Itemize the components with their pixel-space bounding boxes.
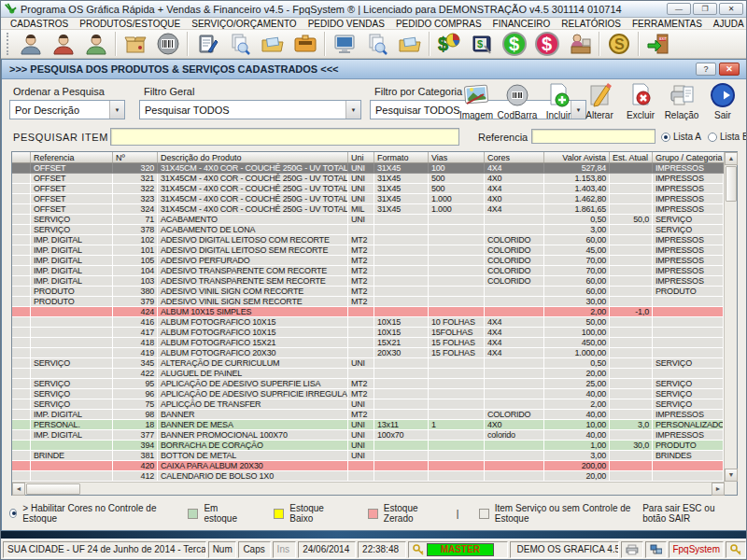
table-cell: 1.000 [429, 204, 485, 215]
client-red-icon[interactable] [47, 31, 79, 57]
table-row[interactable]: SERVIÇO345ALTERAÇÃO DE CURRICULUMUNI0,50… [12, 358, 724, 369]
table-row[interactable]: 416ALBUM FOTOGRAFICO 10X1510X1510 FOLHAS… [12, 317, 724, 328]
horizontal-scrollbar[interactable]: ◄ ► [12, 482, 725, 495]
search-input[interactable] [110, 128, 459, 146]
delete-button[interactable]: Excluir [620, 81, 661, 120]
table-row[interactable]: 412CALENDARIO DE BOLSO 1X020,00 [12, 471, 724, 482]
menu-item-financeiro[interactable]: FINANCEIRO [487, 19, 557, 29]
column-header[interactable]: Descrição do Produto [158, 152, 348, 162]
table-row[interactable]: PRODUTO379ADESIVO VINIL SIGN SEM RECORTE… [12, 297, 724, 307]
status-printer[interactable] [621, 541, 643, 558]
scroll-up-icon[interactable]: ▲ [725, 152, 738, 165]
cashier-icon[interactable] [563, 31, 596, 57]
table-row[interactable]: BRINDE381BOTTON DE METALUNI3,00BRINDES [12, 451, 724, 461]
order-filter-select[interactable]: Por Descrição ▼ [9, 100, 125, 119]
table-row[interactable]: 394BORRACHA DE CORAÇÃOUNI1,0030,0PRODUTO [12, 441, 724, 451]
status-network[interactable] [645, 541, 668, 558]
radio-lista-a[interactable]: Lista A [661, 132, 701, 142]
add-button[interactable]: Incluir [538, 81, 579, 120]
column-header[interactable]: Vias [429, 152, 485, 162]
table-row[interactable]: OFFSET32431X45CM - 4X0 COR - COUCHÊ 250G… [12, 204, 724, 215]
open-folder-icon[interactable] [256, 31, 289, 57]
table-row[interactable]: 417ALBUM FOTOGRAFICO 10X1510X1515FOLHAS4… [12, 328, 724, 338]
enable-colors-radio[interactable] [9, 509, 17, 518]
barcode-button[interactable]: CodBarra [497, 81, 538, 120]
payable-red-icon[interactable]: $ [530, 31, 563, 57]
scroll-right-icon[interactable]: ► [712, 483, 725, 496]
close-button[interactable]: ✕ [719, 3, 743, 15]
column-header[interactable]: Formato [374, 152, 429, 162]
column-header[interactable]: Cores [485, 152, 544, 162]
package-icon[interactable] [119, 31, 151, 57]
table-row[interactable]: 419ALBUM FOTOGRAFICO 20X3020X3015 FOLHAS… [12, 348, 724, 358]
column-header[interactable]: Referencia [31, 152, 113, 162]
status-key[interactable] [726, 541, 746, 558]
table-cell: 40,00 [544, 389, 610, 399]
table-row[interactable]: SERVIÇO71ACABAMENTOUNI0,5050,0SERVIÇO [12, 215, 724, 225]
dialog-close-button[interactable]: ✕ [719, 63, 740, 76]
table-row[interactable]: 418ALBUM FOTOGRAFICO 15X2115X2115 FOLHAS… [12, 338, 724, 348]
finance-pie-icon[interactable]: $ [432, 31, 465, 57]
table-row[interactable]: OFFSET32331X45CM - 4X0 COR - COUCHÊ 250G… [12, 194, 724, 204]
order-clipboard-icon[interactable] [190, 31, 223, 57]
vertical-scrollbar[interactable]: ▲ ▼ [724, 152, 737, 482]
menu-item-cadastros[interactable]: CADASTROS [5, 19, 74, 29]
exit-icon[interactable]: EXIT [641, 31, 674, 57]
menu-item-produtos-estoque[interactable]: PRODUTOS/ESTOQUE [74, 19, 186, 29]
scroll-down-icon[interactable]: ▼ [725, 469, 738, 482]
column-header[interactable]: Uni [348, 152, 374, 162]
table-row[interactable]: IMP. DIGITAL105ADESIVO PERFURADOMT2COLOR… [12, 256, 724, 266]
exit-button[interactable]: Sair [702, 81, 743, 120]
menu-item-ajuda[interactable]: AJUDA [708, 19, 747, 29]
client-blue-icon[interactable] [14, 31, 47, 57]
table-row[interactable]: OFFSET32231X45CM - 4X0 COR - COUCHÊ 250G… [12, 184, 724, 194]
scroll-left-icon[interactable]: ◄ [12, 483, 25, 496]
reference-input[interactable] [531, 129, 655, 144]
table-row[interactable]: 424ALBUM 10X15 SIMPLES2,00-1,0 [12, 307, 724, 317]
minimize-button[interactable]: — [667, 3, 691, 15]
menu-item-servico-orcamento[interactable]: SERVIÇO/ORÇAMENTO [186, 19, 302, 29]
menu-item-ferramentas[interactable]: FERRAMENTAS [627, 19, 708, 29]
monitor-icon[interactable] [328, 31, 360, 57]
menu-item-pedido-vendas[interactable]: PEDIDO VENDAS [303, 19, 390, 29]
table-row[interactable]: OFFSET32131X45CM - 4X0 COR - COUCHÊ 250G… [12, 174, 724, 184]
image-button[interactable]: Imagem [456, 81, 497, 120]
menu-item-pedido-compras[interactable]: PEDIDO COMPRAS [390, 19, 487, 29]
table-row[interactable]: SERVIÇO75APLICÇÃO DE TRANSFERUNI2,00SERV… [12, 399, 724, 410]
archive-drawer-icon[interactable] [289, 31, 321, 57]
gold-coin-icon[interactable]: S [602, 31, 635, 57]
search-documents-2-icon[interactable] [360, 31, 393, 57]
edit-button[interactable]: Alterar [579, 81, 620, 120]
barcode-icon[interactable] [151, 31, 184, 57]
client-green-icon[interactable] [79, 31, 112, 57]
menu-item-relatorios[interactable]: RELATÓRIOS [556, 19, 627, 29]
receivable-green-icon[interactable]: $ [498, 31, 530, 57]
table-row[interactable]: OFFSET32031X45CM - 4X0 COR - COUCHÊ 250G… [12, 163, 724, 174]
horizontal-scroll-thumb[interactable] [26, 483, 80, 495]
table-row[interactable]: IMP. DIGITAL101ADESIVO DIGITAL LEITOSO S… [12, 245, 724, 256]
restore-button[interactable]: ❐ [693, 3, 717, 15]
general-filter-select[interactable]: Pesquisar TODOS ▼ [139, 100, 361, 119]
table-row[interactable]: IMP. DIGITAL104ADESIVO TRANSPARENTE COM … [12, 266, 724, 276]
table-row[interactable]: 420CAIXA PARA ALBUM 20X30200,00 [12, 461, 724, 471]
search-documents-icon[interactable] [223, 31, 256, 57]
table-row[interactable]: IMP. DIGITAL103ADESIVO TRANSPARENTE SEM … [12, 276, 724, 287]
table-row[interactable]: PRODUTO380ADESIVO VINIL SIGN COM RECORTE… [12, 287, 724, 297]
table-row[interactable]: IMP. DIGITAL102ADESIVO DIGITAL LEITOSO C… [12, 235, 724, 245]
dialog-help-button[interactable]: ? [696, 63, 716, 76]
table-row[interactable]: 422ALUGUEL DE PAINEL20,00 [12, 369, 724, 379]
table-row[interactable]: IMP. DIGITAL377BANNER PROMOCIONAL 100X70… [12, 430, 724, 441]
table-row[interactable]: SERVIÇO96APLICAÇÃO DE ADESIVO SUPRFICIE … [12, 389, 724, 399]
table-row[interactable]: SERVIÇO378ACABAMENTO DE LONA3,00SERVIÇO [12, 225, 724, 235]
table-row[interactable]: PERSONAL.18BANNER DE MESAUNI13x1114X010,… [12, 420, 724, 430]
cashbook-icon[interactable]: $ [465, 31, 498, 57]
report-button[interactable]: Relação [661, 81, 702, 120]
column-header[interactable]: Valor Avista [544, 152, 610, 162]
radio-lista-b[interactable]: Lista B [708, 132, 747, 142]
table-row[interactable]: SERVIÇO95APLICAÇÃO DE ADESIVO SUPERFIE L… [12, 379, 724, 389]
column-header[interactable]: Nº [113, 152, 158, 162]
open-folder-2-icon[interactable] [393, 31, 426, 57]
column-header[interactable]: Est. Atual [610, 152, 653, 162]
vertical-scroll-thumb[interactable] [726, 166, 737, 202]
table-row[interactable]: IMP. DIGITAL98BANNERMT2COLORIDO40,00IMPR… [12, 410, 724, 420]
